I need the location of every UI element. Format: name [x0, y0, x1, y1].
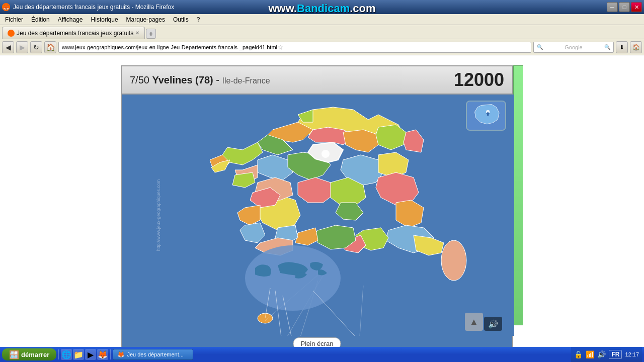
back-button[interactable]: ◀: [2, 41, 14, 53]
taskbar-window-label: Jeu des département...: [127, 351, 184, 357]
search-submit-icon[interactable]: 🔍: [604, 44, 610, 50]
quick-launch: 🌐 📁 ▶ 🦊: [61, 349, 108, 360]
taskbar-app-ie[interactable]: 🌐: [61, 349, 72, 360]
dept-name: Yvelines (78): [152, 74, 213, 85]
taskbar-sep2: [110, 349, 111, 359]
tab-bar: Jeu des départements francais jeux gratu…: [0, 25, 644, 39]
tray-icon-1: 🔒: [574, 350, 583, 358]
right-sidebar: [513, 65, 523, 325]
bandicam-domain: .com: [350, 2, 375, 15]
menu-outils[interactable]: Outils: [170, 15, 192, 24]
language-indicator[interactable]: FR: [609, 350, 622, 359]
start-label: démarrer: [21, 351, 49, 358]
cursor-dot: [321, 150, 330, 158]
bandicam-watermark: www.Bandicam.com: [268, 2, 375, 15]
url-text: www.jeux-geographiques.com/jeux-en-ligne…: [62, 44, 277, 50]
start-button[interactable]: 🪟 démarrer: [2, 348, 56, 360]
sound-button[interactable]: 🔊: [484, 317, 502, 331]
progress-text: 7/50: [130, 74, 149, 85]
clock-time: 12:17: [625, 351, 639, 358]
plein-ecran-button[interactable]: Plein écran: [293, 337, 341, 347]
tab-label: Jeu des départements francais jeux gratu…: [17, 30, 133, 37]
menu-affichage[interactable]: Affichage: [55, 15, 86, 24]
sound-icon: 🔊: [488, 319, 498, 329]
firefox-icon: 🦊: [2, 3, 10, 11]
france-map-svg[interactable]: [122, 95, 514, 336]
tab-favicon: [8, 30, 15, 37]
scroll-up-button[interactable]: ▲: [465, 313, 483, 331]
world-continent-1: [255, 264, 271, 277]
dept-corsica[interactable]: [441, 240, 466, 281]
taskbar-app-firefox[interactable]: 🦊: [97, 349, 108, 360]
taskbar-app-media[interactable]: ▶: [85, 349, 96, 360]
bandicam-www: www.: [268, 2, 297, 15]
mini-map-svg: [467, 102, 505, 130]
address-bar: ◀ ▶ ↻ 🏠 www.jeux-geographiques.com/jeux-…: [0, 39, 644, 55]
search-engine-icon: 🔍: [537, 44, 543, 50]
menu-help[interactable]: ?: [194, 15, 203, 24]
game-header: 7/50 Yvelines (78) - Ile-de-France 12000: [122, 66, 512, 95]
page-content: www.Bandicam.com 7/50 Yvelines (78) - Il…: [0, 55, 644, 347]
minimize-button[interactable]: ─: [607, 2, 618, 12]
forward-button[interactable]: ▶: [16, 41, 28, 53]
region-name: Ile-de-France: [222, 76, 270, 85]
bandicam-name: Bandicam: [297, 2, 350, 15]
plein-ecran-container: Plein écran: [122, 336, 512, 347]
url-bar[interactable]: www.jeux-geographiques.com/jeux-en-ligne…: [58, 42, 531, 53]
search-bar[interactable]: 🔍 Google 🔍: [533, 42, 614, 53]
menu-fichier[interactable]: Fichier: [2, 15, 26, 24]
window-title: Jeu des départements francais jeux gratu…: [13, 4, 174, 11]
map-container[interactable]: http://www.jeux-geographiques.com 🔊 ▲: [122, 95, 512, 336]
game-question: 7/50 Yvelines (78) - Ile-de-France: [130, 74, 270, 86]
menu-historique[interactable]: Historique: [88, 15, 121, 24]
tray-icon-3: 🔊: [597, 350, 606, 358]
mini-map[interactable]: [466, 101, 506, 131]
tab-main[interactable]: Jeu des départements francais jeux gratu…: [2, 27, 145, 39]
home-nav-button[interactable]: 🏠: [630, 41, 642, 53]
tray-icon-2: 📶: [586, 350, 594, 358]
home-button[interactable]: 🏠: [44, 41, 56, 53]
game-outer: 7/50 Yvelines (78) - Ile-de-France 12000: [0, 55, 644, 347]
taskbar-app-folder[interactable]: 📁: [73, 349, 84, 360]
tab-close-icon[interactable]: ✕: [135, 30, 139, 36]
taskbar: 🪟 démarrer 🌐 📁 ▶ 🦊 🦊 Jeu des département…: [0, 347, 644, 362]
menu-bar: Fichier Édition Affichage Historique Mar…: [0, 14, 644, 25]
search-placeholder: Google: [565, 44, 582, 50]
maximize-button[interactable]: □: [619, 2, 630, 12]
reload-button[interactable]: ↻: [30, 41, 42, 53]
clock-display: 12:17: [625, 351, 639, 358]
taskbar-window-firefox[interactable]: 🦊 Jeu des département...: [113, 349, 193, 360]
close-button[interactable]: ✕: [631, 2, 642, 12]
bookmark-star-icon[interactable]: ☆: [277, 43, 284, 51]
score-display: 12000: [454, 69, 504, 90]
world-map-bg: [245, 245, 341, 311]
menu-edition[interactable]: Édition: [28, 15, 53, 24]
new-tab-button[interactable]: +: [146, 29, 156, 39]
download-button[interactable]: ⬇: [616, 41, 628, 53]
menu-marque-pages[interactable]: Marque-pages: [123, 15, 168, 24]
taskbar-separator: [58, 349, 59, 359]
region-separator: -: [216, 74, 222, 85]
taskbar-tray: 🔒 📶 🔊 FR 12:17: [571, 347, 642, 362]
game-box: 7/50 Yvelines (78) - Ile-de-France 12000: [121, 65, 513, 347]
